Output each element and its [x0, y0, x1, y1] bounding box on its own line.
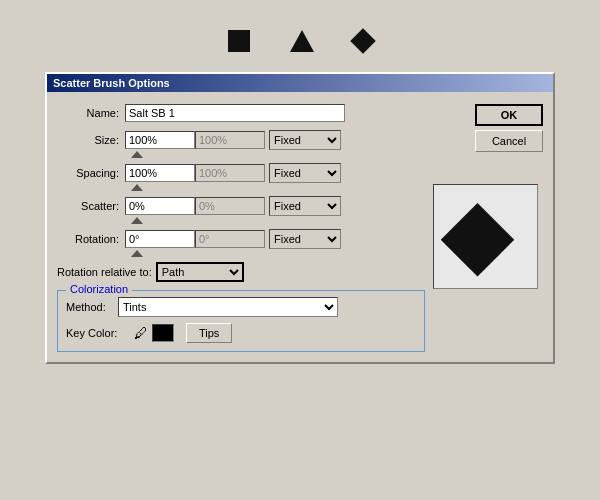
dialog-left-panel: Name: Size: FixedRandomPressure: [57, 104, 425, 352]
method-label: Method:: [66, 301, 118, 313]
preview-box: [433, 184, 538, 289]
scatter-dropdown[interactable]: FixedRandomPressure: [269, 196, 341, 216]
size-row: Size: FixedRandomPressure: [57, 130, 425, 159]
name-row: Name:: [57, 104, 425, 122]
square-shape: [228, 30, 250, 52]
rotation-label: Rotation:: [57, 233, 125, 245]
scatter-input-2: [195, 197, 265, 215]
spacing-arrow[interactable]: [131, 184, 143, 191]
rotation-dropdown[interactable]: FixedRandomPressure: [269, 229, 341, 249]
rotation-input-1[interactable]: [125, 230, 195, 248]
eyedropper-icon[interactable]: 🖊: [134, 325, 148, 341]
color-swatch[interactable]: [152, 324, 174, 342]
tips-button[interactable]: Tips: [186, 323, 232, 343]
ok-button[interactable]: OK: [475, 104, 543, 126]
size-arrow[interactable]: [131, 151, 143, 158]
spacing-input-2: [195, 164, 265, 182]
colorization-group: Colorization Method: None Tints Tints an…: [57, 290, 425, 352]
scatter-label: Scatter:: [57, 200, 125, 212]
key-color-row: Key Color: 🖊 Tips: [66, 323, 416, 343]
dialog-right-panel: OK Cancel: [433, 104, 543, 352]
rotation-relative-dropdown[interactable]: Page Path: [156, 262, 244, 282]
size-dropdown[interactable]: FixedRandomPressure: [269, 130, 341, 150]
size-label: Size:: [57, 134, 125, 146]
scatter-brush-dialog: Scatter Brush Options Name: Size: FixedR…: [45, 72, 555, 364]
scatter-row: Scatter: FixedRandomPressure: [57, 196, 425, 225]
cancel-button[interactable]: Cancel: [475, 130, 543, 152]
rotation-relative-label: Rotation relative to:: [57, 266, 152, 278]
scatter-arrow[interactable]: [131, 217, 143, 224]
diamond-shape: [350, 28, 375, 53]
dialog-buttons: OK Cancel: [433, 104, 543, 156]
dialog-title: Scatter Brush Options: [47, 74, 553, 92]
rotation-arrow[interactable]: [131, 250, 143, 257]
spacing-input-1[interactable]: [125, 164, 195, 182]
rotation-relative-row: Rotation relative to: Page Path: [57, 262, 425, 282]
rotation-input-2: [195, 230, 265, 248]
colorization-legend: Colorization: [66, 283, 132, 295]
size-input-2: [195, 131, 265, 149]
top-shapes-area: [0, 0, 600, 72]
size-input-1[interactable]: [125, 131, 195, 149]
spacing-row: Spacing: FixedRandomPressure: [57, 163, 425, 192]
key-color-label: Key Color:: [66, 327, 134, 339]
spacing-label: Spacing:: [57, 167, 125, 179]
name-label: Name:: [57, 107, 125, 119]
triangle-shape: [290, 30, 314, 52]
spacing-dropdown[interactable]: FixedRandomPressure: [269, 163, 341, 183]
name-input[interactable]: [125, 104, 345, 122]
preview-diamond-shape: [440, 203, 514, 277]
method-dropdown[interactable]: None Tints Tints and Shades Hue Shift: [118, 297, 338, 317]
scatter-input-1[interactable]: [125, 197, 195, 215]
rotation-row: Rotation: FixedRandomPressure: [57, 229, 425, 258]
method-row: Method: None Tints Tints and Shades Hue …: [66, 297, 416, 317]
